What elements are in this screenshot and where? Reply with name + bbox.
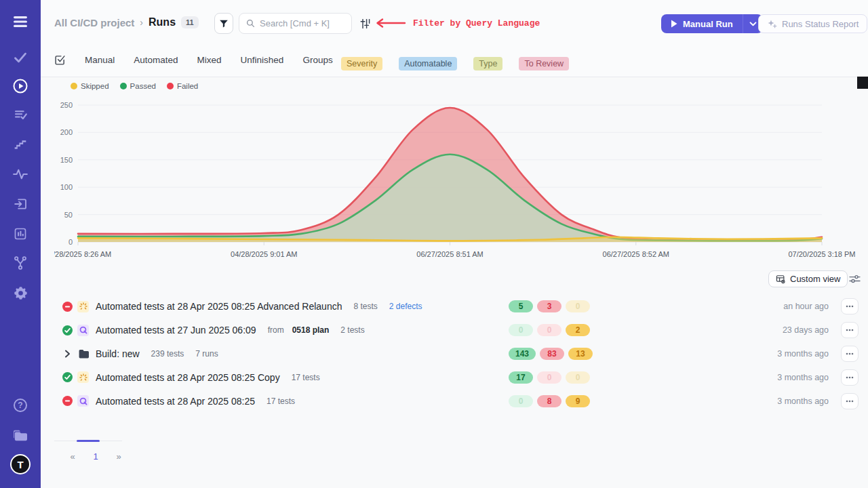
legend-skipped[interactable]: Skipped: [71, 82, 109, 90]
expand-chevron-icon[interactable]: [62, 350, 73, 358]
manual-run-button[interactable]: Manual Run: [661, 14, 743, 33]
runs-status-report-button[interactable]: Runs Status Report: [758, 14, 867, 33]
run-meta: from: [268, 325, 284, 335]
tab-manual[interactable]: Manual: [85, 55, 115, 65]
spark-icon: [77, 371, 89, 383]
tag-type[interactable]: Type: [473, 57, 502, 70]
breadcrumb-separator: ›: [140, 17, 143, 28]
run-row-left: Automated tests at 27 Jun 2025 06:09from…: [54, 325, 365, 336]
user-avatar[interactable]: T: [0, 453, 41, 475]
active-page-indicator: [77, 440, 100, 442]
menu-icon[interactable]: [0, 11, 41, 33]
run-row[interactable]: Automated tests at 27 Jun 2025 06:09from…: [54, 319, 859, 342]
tab-groups[interactable]: Groups: [302, 55, 332, 65]
result-counts: 1700: [509, 371, 590, 384]
run-timestamp: 3 months ago: [777, 349, 829, 359]
tag-automatable[interactable]: Automatable: [399, 57, 457, 70]
more-actions-button[interactable]: [841, 393, 859, 409]
custom-view-label: Custom view: [790, 274, 840, 284]
annotation-text: Filter by Query Language: [413, 18, 540, 28]
scrollbar-thumb[interactable]: [857, 77, 868, 89]
tag-severity[interactable]: Severity: [341, 57, 382, 70]
search-icon: [246, 19, 255, 28]
count-green-pill: 17: [509, 371, 533, 384]
help-icon[interactable]: ?: [0, 394, 41, 416]
more-actions-button[interactable]: [841, 369, 859, 386]
run-row[interactable]: Build: new239 tests7 runs14383133 months…: [54, 342, 859, 366]
funnel-icon: [219, 19, 229, 28]
legend-failed[interactable]: Failed: [167, 82, 198, 90]
tab-automated[interactable]: Automated: [134, 55, 178, 65]
y-tick-label: 0: [68, 238, 73, 246]
sparkles-icon: [767, 19, 777, 29]
run-meta: 7 runs: [195, 349, 218, 359]
run-row[interactable]: Automated tests at 28 Apr 2025 08:25 Adv…: [54, 295, 859, 319]
run-meta: 17 tests: [267, 396, 295, 406]
prev-page-button[interactable]: «: [61, 451, 84, 462]
run-meta: 17 tests: [292, 373, 320, 382]
filter-button[interactable]: [214, 13, 233, 34]
branch-icon[interactable]: [0, 252, 41, 274]
runs-icon[interactable]: [0, 75, 41, 97]
runs-area-chart: 05010015020025004/28/2025 8:26 AM04/28/2…: [54, 100, 861, 264]
run-meta: 2 tests: [340, 325, 364, 335]
import-icon[interactable]: [0, 193, 41, 215]
activity-icon[interactable]: [0, 163, 41, 185]
run-row-left: Build: new239 tests7 runs: [54, 348, 218, 359]
result-counts: 089: [509, 395, 590, 407]
chevron-down-icon: [749, 22, 757, 26]
run-row-left: Automated tests at 28 Apr 2025 08:2517 t…: [54, 395, 295, 407]
question-mark: ?: [14, 399, 27, 412]
run-title: Automated tests at 28 Apr 2025 08:25 Cop…: [96, 372, 280, 383]
count-yellow-pill: 9: [566, 395, 590, 407]
breadcrumb-project[interactable]: All CI/CD project: [54, 17, 134, 28]
view-settings-icon[interactable]: [849, 274, 861, 287]
tab-unfinished[interactable]: Unfinished: [241, 55, 284, 65]
defects-link[interactable]: 2 defects: [389, 302, 422, 311]
y-tick-label: 250: [60, 101, 73, 109]
area-passed: [78, 155, 822, 242]
count-yellow-pill: 2: [566, 324, 590, 336]
run-row[interactable]: Automated tests at 28 Apr 2025 08:25 Cop…: [54, 365, 859, 389]
run-title: Automated tests at 27 Jun 2025 06:09: [96, 325, 256, 336]
search-input[interactable]: [260, 18, 341, 28]
run-meta: 0518 plan: [292, 325, 330, 335]
sidebar: ? T: [0, 0, 41, 488]
more-actions-button[interactable]: [841, 322, 859, 338]
status-failed-icon: [62, 396, 73, 406]
steps-icon[interactable]: [0, 134, 41, 155]
count-red-pill: 0: [537, 371, 561, 384]
reports-icon[interactable]: [0, 223, 41, 245]
status-failed-icon: [62, 302, 73, 312]
query-language-filter-icon[interactable]: [360, 18, 371, 32]
more-actions-button[interactable]: [841, 346, 859, 362]
tabs-row: ManualAutomatedMixedUnfinishedGroups: [54, 54, 333, 66]
count-green-pill: 5: [509, 300, 533, 312]
test-cases-icon[interactable]: [0, 47, 41, 68]
run-meta: 8 tests: [353, 302, 377, 311]
search-box[interactable]: [239, 13, 352, 34]
runs-list: Automated tests at 28 Apr 2025 08:25 Adv…: [54, 295, 859, 413]
run-row-left: Automated tests at 28 Apr 2025 08:25 Cop…: [54, 371, 320, 383]
next-page-button[interactable]: »: [107, 451, 130, 462]
count-yellow-pill: 0: [566, 300, 590, 312]
runs-count-badge: 11: [181, 16, 199, 28]
page-1[interactable]: 1: [84, 451, 107, 462]
custom-view-button[interactable]: Custom view: [768, 270, 848, 287]
tab-mixed[interactable]: Mixed: [197, 55, 222, 65]
y-tick-label: 100: [60, 183, 73, 191]
tag-to-review[interactable]: To Review: [519, 57, 569, 70]
settings-icon[interactable]: [0, 282, 41, 304]
qase-icon: [77, 395, 89, 407]
count-red-pill: 8: [537, 395, 561, 407]
select-runs-icon[interactable]: [54, 54, 66, 66]
header-divider: [41, 77, 868, 77]
projects-icon[interactable]: [0, 424, 41, 446]
run-row[interactable]: Automated tests at 28 Apr 2025 08:2517 t…: [54, 389, 859, 413]
legend-passed[interactable]: Passed: [120, 82, 156, 90]
table-view-icon: [776, 274, 785, 284]
manual-run-label: Manual Run: [683, 19, 733, 29]
spark-icon: [77, 301, 89, 312]
more-actions-button[interactable]: [841, 298, 859, 314]
test-plans-icon[interactable]: [0, 104, 41, 126]
